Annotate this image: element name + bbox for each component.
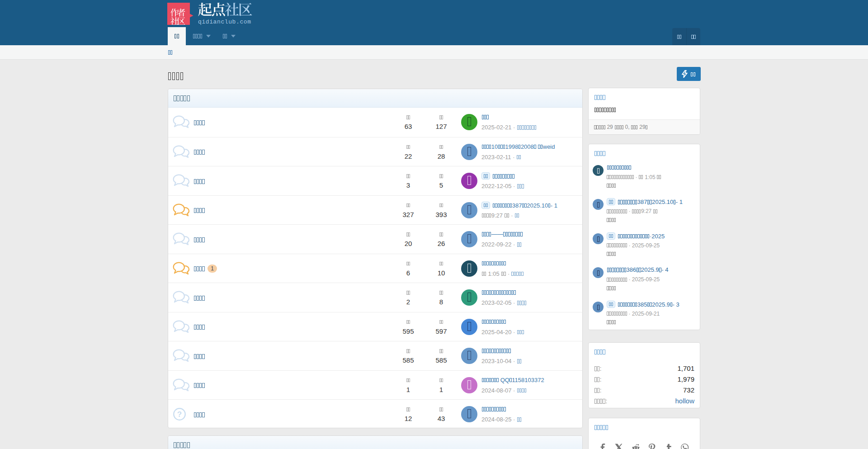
svg-text:?: ? <box>177 410 182 419</box>
